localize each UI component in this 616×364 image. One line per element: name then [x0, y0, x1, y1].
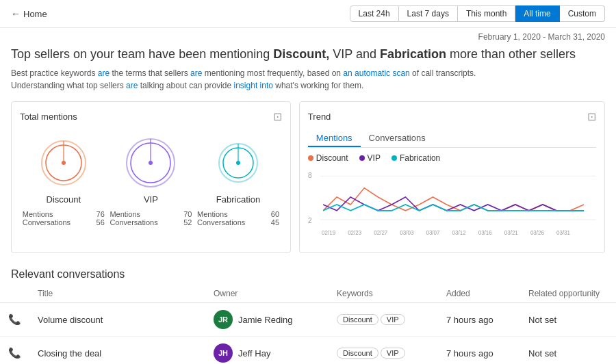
back-label: Home — [23, 9, 47, 19]
headline-prefix: Top sellers on your team have been menti… — [11, 47, 273, 61]
trend-card: Trend ⊡ Mentions Conversations Discount … — [299, 101, 605, 253]
col-owner: Owner — [205, 285, 329, 303]
svg-text:03/03: 03/03 — [400, 229, 413, 236]
row-title: Closing the deal — [29, 337, 205, 364]
svg-text:03/12: 03/12 — [452, 229, 465, 236]
legend-discount-label: Discount — [316, 153, 348, 163]
tab-conversations[interactable]: Conversations — [361, 130, 434, 147]
svg-text:02/19: 02/19 — [322, 229, 335, 236]
legend-fabrication-dot — [392, 155, 397, 161]
filter-custom[interactable]: Custom — [560, 5, 605, 22]
owner-avatar: JR — [214, 310, 233, 329]
table-row[interactable]: 📞 Closing the deal JH Jeff Hay DiscountV… — [0, 337, 616, 364]
row-owner: JR Jamie Reding — [205, 303, 329, 337]
conversations-table: Title Owner Keywords Added Related oppor… — [0, 285, 616, 364]
subtext1: Best practice keywords are the terms tha… — [11, 67, 605, 79]
owner-avatar: JH — [214, 343, 233, 363]
subtext: Best practice keywords are the terms tha… — [11, 67, 605, 92]
row-opportunity: Not set — [520, 303, 616, 337]
col-icon — [0, 285, 29, 303]
col-added: Added — [438, 285, 520, 303]
trend-title: Trend ⊡ — [308, 110, 596, 123]
svg-point-3 — [62, 161, 66, 165]
total-mentions-card: Total mentions ⊡ Discount Mentions 76 Co… — [11, 101, 291, 253]
circle-vip: VIP Mentions 70 Conversations 52 — [110, 135, 192, 226]
top-bar: ← Home Last 24h Last 7 days This month A… — [0, 0, 616, 28]
table-header-row: Title Owner Keywords Added Related oppor… — [0, 285, 616, 303]
subtext2: Understanding what top sellers are talki… — [11, 79, 605, 92]
owner-name: Jamie Reding — [238, 315, 293, 325]
row-phone-icon: 📞 — [0, 303, 29, 337]
row-title: Volume discount — [29, 303, 205, 337]
discount-metrics: Mentions 76 Conversations 56 — [23, 210, 105, 226]
svg-text:03/21: 03/21 — [504, 229, 518, 236]
keyword-badge[interactable]: Discount — [337, 314, 378, 325]
legend-discount: Discount — [308, 153, 348, 163]
discount-label: Discount — [47, 194, 81, 205]
vip-circle-svg — [123, 135, 178, 190]
headline-between2: and — [352, 47, 380, 61]
circles-row: Discount Mentions 76 Conversations 56 VI… — [20, 130, 282, 232]
legend-vip: VIP — [359, 153, 381, 163]
fabrication-circle-svg — [211, 135, 266, 190]
back-arrow-icon: ← — [11, 8, 21, 19]
headline-keyword2: Fabrication — [380, 47, 446, 61]
circle-discount: Discount Mentions 76 Conversations 56 — [23, 135, 105, 226]
col-keywords: Keywords — [329, 285, 438, 303]
svg-text:03/07: 03/07 — [426, 229, 439, 236]
svg-text:02/23: 02/23 — [348, 229, 361, 236]
svg-text:03/26: 03/26 — [530, 229, 544, 236]
row-added: 7 hours ago — [438, 303, 520, 337]
filter-last24h[interactable]: Last 24h — [350, 5, 399, 22]
keyword-badge[interactable]: VIP — [381, 314, 405, 325]
time-filters: Last 24h Last 7 days This month All time… — [350, 5, 605, 22]
svg-text:03/16: 03/16 — [478, 229, 492, 236]
svg-point-7 — [149, 161, 153, 165]
svg-text:03/31: 03/31 — [556, 229, 570, 236]
discount-circle-svg — [36, 135, 91, 190]
row-added: 7 hours ago — [438, 337, 520, 364]
svg-point-11 — [236, 161, 240, 165]
vip-label: VIP — [144, 194, 158, 205]
trend-tabs: Mentions Conversations — [308, 130, 596, 148]
headline-between1: VIP — [329, 47, 352, 61]
row-opportunity: Not set — [520, 337, 616, 364]
headline: Top sellers on your team have been menti… — [11, 46, 605, 63]
legend-vip-dot — [359, 155, 365, 161]
svg-text:2: 2 — [308, 216, 312, 225]
total-mentions-title: Total mentions ⊡ — [20, 110, 282, 123]
svg-text:02/27: 02/27 — [374, 229, 387, 236]
headline-suffix: more than other sellers — [446, 47, 576, 61]
headline-section: Top sellers on your team have been menti… — [0, 43, 616, 94]
cards-row: Total mentions ⊡ Discount Mentions 76 Co… — [0, 94, 616, 260]
row-owner: JH Jeff Hay — [205, 337, 329, 364]
back-link[interactable]: ← Home — [11, 8, 47, 19]
owner-name: Jeff Hay — [238, 348, 270, 359]
filter-thismonth[interactable]: This month — [458, 5, 515, 22]
keyword-badge[interactable]: VIP — [381, 348, 405, 359]
circle-fabrication: Fabrication Mentions 60 Conversations 45 — [197, 135, 279, 226]
trend-chart: 8 2 02/19 02/23 02/27 03/03 03/07 03/12 … — [308, 167, 596, 242]
tab-mentions[interactable]: Mentions — [308, 130, 361, 147]
trend-legend: Discount VIP Fabrication — [308, 153, 596, 163]
legend-fabrication: Fabrication — [392, 153, 440, 163]
headline-keyword1: Discount, — [273, 47, 329, 61]
col-opportunity: Related opportunity — [520, 285, 616, 303]
legend-discount-dot — [308, 155, 313, 161]
section-title: Relevant conversations — [0, 260, 616, 285]
legend-vip-label: VIP — [368, 153, 381, 163]
table-row[interactable]: 📞 Volume discount JR Jamie Reding Discou… — [0, 303, 616, 337]
trend-icon[interactable]: ⊡ — [587, 110, 596, 123]
total-mentions-icon[interactable]: ⊡ — [273, 110, 282, 123]
col-title: Title — [29, 285, 205, 303]
svg-text:8: 8 — [308, 171, 312, 180]
fabrication-label: Fabrication — [216, 194, 260, 205]
keyword-badge[interactable]: Discount — [337, 348, 378, 359]
filter-alltime[interactable]: All time — [515, 5, 559, 22]
row-keywords: DiscountVIP — [329, 303, 438, 337]
filter-last7d[interactable]: Last 7 days — [399, 5, 458, 22]
fabrication-metrics: Mentions 60 Conversations 45 — [197, 210, 279, 226]
date-range: February 1, 2020 - March 31, 2020 — [0, 28, 616, 43]
legend-fabrication-label: Fabrication — [400, 153, 440, 163]
vip-metrics: Mentions 70 Conversations 52 — [110, 210, 192, 226]
